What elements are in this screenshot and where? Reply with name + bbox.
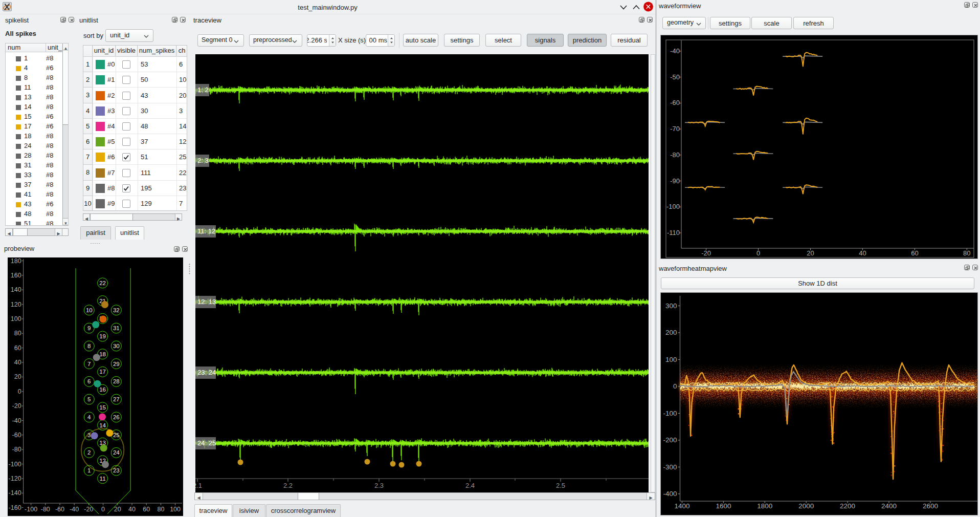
svg-text:32: 32 xyxy=(113,307,120,313)
svg-text:-80: -80 xyxy=(670,151,680,159)
svg-text:60: 60 xyxy=(911,249,918,257)
svg-text:-200: -200 xyxy=(663,436,677,444)
svg-text:18: 18 xyxy=(99,351,106,357)
svg-text:60: 60 xyxy=(143,506,150,513)
svg-text:29: 29 xyxy=(113,361,120,367)
svg-text:23: 24: 23: 24 xyxy=(197,369,216,376)
svg-text:20: 20 xyxy=(14,373,21,380)
svg-text:14: 14 xyxy=(99,422,106,428)
svg-text:100: 100 xyxy=(170,506,181,513)
svg-text:40: 40 xyxy=(859,249,866,257)
svg-text:17: 17 xyxy=(99,369,106,375)
svg-text:3: 3 xyxy=(87,432,91,438)
svg-text:80: 80 xyxy=(14,330,21,337)
svg-text:12: 13: 12: 13 xyxy=(197,298,216,306)
svg-text:180: 180 xyxy=(11,257,21,265)
svg-text:-160: -160 xyxy=(9,504,21,511)
svg-text:100: 100 xyxy=(665,356,677,363)
svg-text:200: 200 xyxy=(665,329,677,336)
svg-text:16: 16 xyxy=(99,386,106,393)
svg-text:25: 25 xyxy=(113,432,120,438)
svg-text:26: 26 xyxy=(113,414,120,420)
svg-text:1400: 1400 xyxy=(674,502,689,510)
svg-text:24: 24 xyxy=(113,449,120,456)
svg-text:1800: 1800 xyxy=(757,502,772,510)
svg-text:1: 2: 1: 2 xyxy=(197,86,209,94)
svg-text:19: 19 xyxy=(99,333,106,339)
svg-text:2.1: 2.1 xyxy=(195,482,202,489)
svg-text:20: 20 xyxy=(114,506,121,513)
svg-text:30: 30 xyxy=(113,343,120,349)
svg-text:22: 22 xyxy=(99,280,106,286)
svg-text:6: 6 xyxy=(87,378,91,384)
svg-text:-400: -400 xyxy=(663,490,677,498)
svg-text:40: 40 xyxy=(14,359,21,366)
svg-text:-140: -140 xyxy=(9,489,21,497)
svg-text:-300: -300 xyxy=(663,463,677,471)
svg-text:2: 2 xyxy=(87,449,91,456)
svg-text:160: 160 xyxy=(11,272,21,279)
svg-text:7: 7 xyxy=(87,361,91,367)
svg-text:1600: 1600 xyxy=(716,502,731,510)
svg-text:15: 15 xyxy=(99,404,106,411)
svg-text:120: 120 xyxy=(11,301,21,308)
svg-text:-40: -40 xyxy=(12,417,21,424)
svg-text:27: 27 xyxy=(113,396,120,402)
svg-text:1: 1 xyxy=(87,467,91,473)
svg-text:2600: 2600 xyxy=(923,502,938,510)
svg-text:-100: -100 xyxy=(663,410,677,417)
svg-text:2000: 2000 xyxy=(798,502,814,510)
svg-text:-40: -40 xyxy=(670,47,680,55)
svg-text:-100: -100 xyxy=(666,203,680,210)
svg-text:-70: -70 xyxy=(670,125,680,133)
svg-text:23: 23 xyxy=(113,467,120,473)
svg-text:31: 31 xyxy=(113,325,120,331)
svg-text:11: 12: 11: 12 xyxy=(197,227,215,235)
svg-text:0: 0 xyxy=(18,388,21,395)
svg-text:11: 11 xyxy=(100,476,106,482)
svg-text:100: 100 xyxy=(11,315,21,322)
svg-text:9: 9 xyxy=(87,325,91,331)
svg-text:60: 60 xyxy=(14,344,21,352)
svg-text:24: 25: 24: 25 xyxy=(197,439,216,447)
svg-text:4: 4 xyxy=(87,414,91,420)
svg-text:80: 80 xyxy=(157,506,164,513)
svg-text:-80: -80 xyxy=(41,506,50,513)
svg-text:80: 80 xyxy=(963,249,970,257)
svg-text:-90: -90 xyxy=(670,177,680,185)
svg-text:-80: -80 xyxy=(12,446,21,453)
svg-text:-40: -40 xyxy=(70,506,79,513)
svg-text:-60: -60 xyxy=(12,432,21,439)
svg-text:300: 300 xyxy=(665,302,677,310)
svg-text:-20: -20 xyxy=(701,249,711,257)
svg-text:5: 5 xyxy=(87,396,91,402)
svg-text:-100: -100 xyxy=(25,506,37,513)
svg-text:0: 0 xyxy=(673,382,677,390)
svg-text:2.4: 2.4 xyxy=(465,482,475,489)
svg-text:-60: -60 xyxy=(55,506,64,513)
svg-text:10: 10 xyxy=(86,307,93,313)
svg-text:-100: -100 xyxy=(9,461,21,468)
svg-text:28: 28 xyxy=(113,378,120,384)
svg-text:0: 0 xyxy=(101,506,105,513)
svg-text:2200: 2200 xyxy=(840,502,855,510)
svg-text:-120: -120 xyxy=(9,475,21,482)
svg-text:40: 40 xyxy=(128,506,136,513)
svg-text:2400: 2400 xyxy=(881,502,897,510)
svg-text:20: 20 xyxy=(807,249,814,257)
svg-text:-50: -50 xyxy=(670,73,680,81)
svg-text:2: 3: 2: 3 xyxy=(197,157,209,164)
svg-text:140: 140 xyxy=(11,286,21,293)
svg-text:8: 8 xyxy=(87,343,91,349)
svg-text:2.5: 2.5 xyxy=(556,482,565,489)
svg-text:-110: -110 xyxy=(667,229,680,236)
svg-text:0: 0 xyxy=(756,249,760,257)
svg-text:2.2: 2.2 xyxy=(283,482,293,489)
svg-text:-20: -20 xyxy=(12,402,21,410)
svg-text:2.3: 2.3 xyxy=(374,482,384,489)
svg-text:-60: -60 xyxy=(670,99,680,106)
